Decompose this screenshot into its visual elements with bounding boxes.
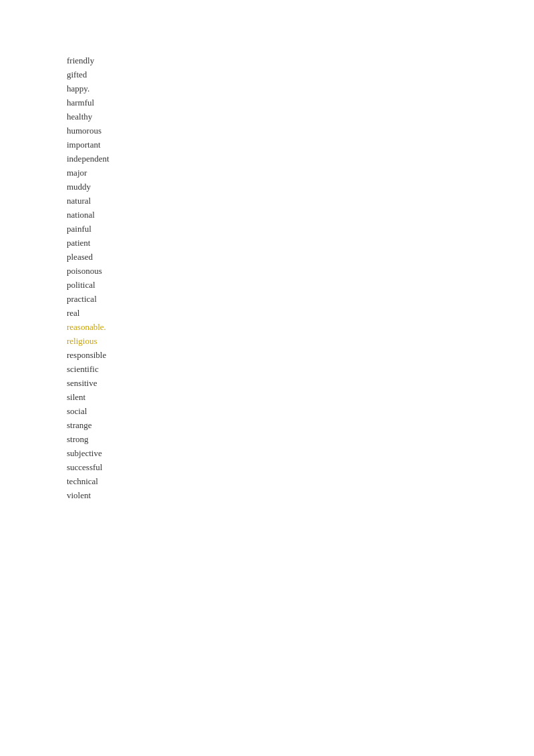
list-item: poisonous [67, 264, 534, 278]
list-item: important [67, 138, 534, 152]
list-item: responsible [67, 348, 534, 362]
list-item: religious [67, 334, 534, 348]
list-item: social [67, 404, 534, 418]
list-item: practical [67, 292, 534, 306]
list-item: humorous [67, 124, 534, 138]
list-item: technical [67, 474, 534, 488]
list-item: friendly [67, 53, 534, 67]
list-item: healthy [67, 110, 534, 124]
list-item: pleased [67, 250, 534, 264]
list-item: harmful [67, 96, 534, 110]
list-item: real [67, 306, 534, 320]
list-item: strong [67, 432, 534, 446]
list-item: gifted [67, 67, 534, 81]
list-item: scientific [67, 362, 534, 376]
list-item: silent [67, 390, 534, 404]
list-item: patient [67, 236, 534, 250]
list-item: painful [67, 222, 534, 236]
list-item: major [67, 166, 534, 180]
list-item: happy. [67, 81, 534, 96]
list-item: national [67, 208, 534, 222]
list-item: violent [67, 488, 534, 502]
list-item: independent [67, 152, 534, 166]
list-item: political [67, 278, 534, 292]
list-item: reasonable. [67, 320, 534, 334]
list-item: successful [67, 460, 534, 474]
word-list: friendlygiftedhappy.harmfulhealthyhumoro… [0, 0, 534, 556]
list-item: strange [67, 418, 534, 432]
list-item: natural [67, 194, 534, 208]
list-item: muddy [67, 180, 534, 194]
list-item: subjective [67, 446, 534, 460]
list-item: sensitive [67, 376, 534, 390]
